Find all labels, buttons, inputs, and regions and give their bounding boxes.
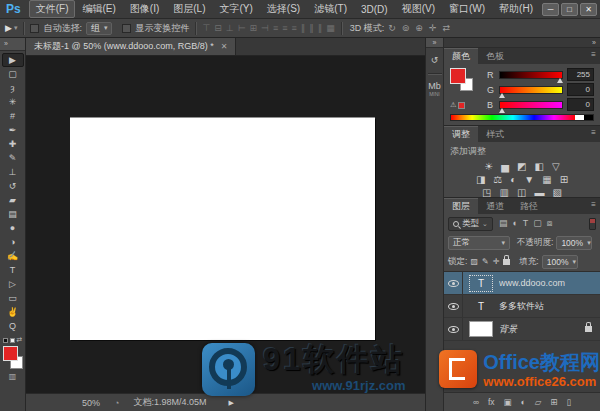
lock-transparent-pixels-icon[interactable]: ▨	[470, 257, 478, 266]
red-value-field[interactable]: 255	[567, 68, 594, 81]
menu-item[interactable]: 选择(S)	[260, 0, 307, 18]
new-group-icon[interactable]: ▱	[535, 397, 542, 407]
filter-pixel-layers-icon[interactable]: ▤	[499, 218, 508, 229]
close-icon[interactable]: ✕	[221, 42, 228, 51]
dock-collapse-button[interactable]: »	[444, 38, 600, 48]
pen-tool[interactable]: ✍	[2, 249, 24, 263]
swap-colors-icon[interactable]: ⇄	[17, 336, 23, 344]
lock-all-icon[interactable]	[503, 259, 510, 265]
menu-item[interactable]: 窗口(W)	[442, 0, 492, 18]
blend-mode-dropdown[interactable]: 正常 ▾	[448, 236, 510, 250]
rectangular-marquee-tool[interactable]: ▢	[2, 67, 24, 81]
move-tool[interactable]: ▶	[2, 53, 24, 67]
maximize-button[interactable]: □	[561, 3, 578, 16]
filter-type-layers-icon[interactable]: T	[523, 218, 529, 229]
filter-adjustment-layers-icon[interactable]: ◐	[512, 218, 517, 229]
spot-healing-brush-tool[interactable]: ✚	[2, 137, 24, 151]
link-layers-icon[interactable]: ∞	[473, 397, 479, 407]
rectangle-tool[interactable]: ▭	[2, 291, 24, 305]
distribute-hcenter-icon[interactable]: ∥	[309, 23, 314, 33]
distribute-top-icon[interactable]: ≡	[273, 23, 278, 33]
hand-tool[interactable]: ✌	[2, 305, 24, 319]
align-hcenter-icon[interactable]: ⊞	[250, 23, 258, 33]
3d-orbit-icon[interactable]: ↻	[388, 23, 396, 33]
zoom-level-field[interactable]: 50%	[82, 398, 100, 408]
panel-tab[interactable]: 通道	[478, 198, 512, 214]
show-transform-checkbox[interactable]	[122, 24, 131, 33]
menu-item[interactable]: 滤镜(T)	[307, 0, 354, 18]
document-tab[interactable]: 未标题-1 @ 50% (www.ddooo.com, RGB/8) * ✕	[26, 38, 236, 55]
lasso-tool[interactable]: ȝ	[2, 81, 24, 95]
layer-name[interactable]: www.ddooo.com	[499, 278, 600, 288]
menu-item[interactable]: 编辑(E)	[75, 0, 122, 18]
crop-tool[interactable]: #	[2, 109, 24, 123]
gradient-tool[interactable]: ▤	[2, 207, 24, 221]
text-layer-thumbnail[interactable]: T	[469, 298, 493, 315]
curves-icon[interactable]: ◩	[517, 160, 526, 173]
eye-icon[interactable]	[448, 280, 459, 287]
background-layer-thumbnail[interactable]	[469, 321, 493, 337]
exposure-icon[interactable]: ◧	[534, 160, 543, 173]
new-adjustment-layer-icon[interactable]: ◐	[521, 397, 526, 407]
align-left-icon[interactable]: ⊢	[238, 23, 246, 33]
history-brush-tool[interactable]: ↺	[2, 179, 24, 193]
type-tool[interactable]: T	[2, 263, 24, 277]
quick-mask-icon[interactable]: ▥	[9, 372, 17, 381]
lock-position-icon[interactable]: ✛	[493, 257, 500, 266]
levels-icon[interactable]: ▅	[501, 160, 509, 173]
photo-filter-icon[interactable]: ▼	[524, 173, 534, 186]
menu-item[interactable]: 图像(I)	[123, 0, 166, 18]
layer-style-icon[interactable]: fx	[488, 397, 495, 407]
distribute-right-icon[interactable]: ∥	[318, 23, 323, 33]
add-layer-mask-icon[interactable]: ▣	[504, 397, 512, 407]
panel-menu-icon[interactable]: ≡	[591, 126, 600, 142]
mini-bridge-icon[interactable]: Mb MINI	[428, 82, 441, 97]
foreground-color-swatch[interactable]	[3, 346, 18, 361]
visibility-cell[interactable]	[444, 318, 463, 340]
align-vcenter-icon[interactable]: ⊟	[214, 23, 222, 33]
eye-icon[interactable]	[448, 303, 459, 310]
path-selection-tool[interactable]: ▷	[2, 277, 24, 291]
3d-slide-icon[interactable]: ✛	[429, 23, 437, 33]
toolbar-collapse-button[interactable]: »	[0, 38, 25, 51]
default-colors-icon[interactable]	[3, 338, 8, 343]
visibility-cell[interactable]	[444, 272, 463, 294]
color-spectrum-ramp[interactable]	[450, 114, 594, 121]
zoom-tool[interactable]: Q	[2, 319, 24, 333]
green-value-field[interactable]: 0	[567, 83, 594, 96]
text-layer-thumbnail[interactable]: T	[469, 275, 493, 292]
quick-selection-tool[interactable]: ✳	[2, 95, 24, 109]
filter-toggle-switch[interactable]	[589, 218, 596, 230]
eyedropper-tool[interactable]: ✒	[2, 123, 24, 137]
menu-item[interactable]: 文件(F)	[29, 0, 76, 18]
visibility-cell[interactable]	[444, 295, 463, 317]
distribute-bottom-icon[interactable]: ≡	[291, 23, 296, 33]
brightness-contrast-icon[interactable]: ☀	[484, 160, 493, 173]
red-slider[interactable]	[499, 71, 563, 79]
auto-select-checkbox[interactable]	[30, 24, 39, 33]
panel-tab[interactable]: 样式	[478, 126, 512, 142]
vibrance-icon[interactable]: ▽	[552, 160, 560, 173]
opacity-dropdown[interactable]: 100% ▾	[556, 236, 592, 250]
strip-collapse-button[interactable]: »	[426, 38, 443, 48]
minimize-button[interactable]: ─	[542, 3, 559, 16]
spectrum-gradient[interactable]	[451, 115, 575, 120]
spectrum-black-swatch[interactable]	[584, 115, 593, 120]
tool-preset[interactable]: ▶ ▾	[5, 23, 17, 33]
layer-name[interactable]: 多多软件站	[499, 300, 600, 313]
layer-row-www-ddooo-com[interactable]: T www.ddooo.com	[444, 272, 600, 295]
align-bottom-icon[interactable]: ⊥	[226, 23, 234, 33]
slider-handle[interactable]	[557, 78, 563, 83]
panel-tab[interactable]: 图层	[444, 198, 478, 214]
spectrum-white-swatch[interactable]	[575, 115, 584, 120]
distribute-vcenter-icon[interactable]: ≡	[282, 23, 287, 33]
fill-dropdown[interactable]: 100% ▾	[542, 255, 578, 269]
delete-layer-icon[interactable]: ▯	[566, 397, 571, 407]
3d-roll-icon[interactable]: ⊚	[402, 23, 410, 33]
layer-row-background[interactable]: 背景	[444, 318, 600, 341]
gamut-color-swatch[interactable]	[458, 102, 465, 109]
panel-tab[interactable]: 路径	[512, 198, 546, 214]
menu-item[interactable]: 帮助(H)	[492, 0, 540, 18]
lock-image-pixels-icon[interactable]: ✎	[482, 257, 489, 266]
3d-pan-icon[interactable]: ⊕	[415, 23, 423, 33]
